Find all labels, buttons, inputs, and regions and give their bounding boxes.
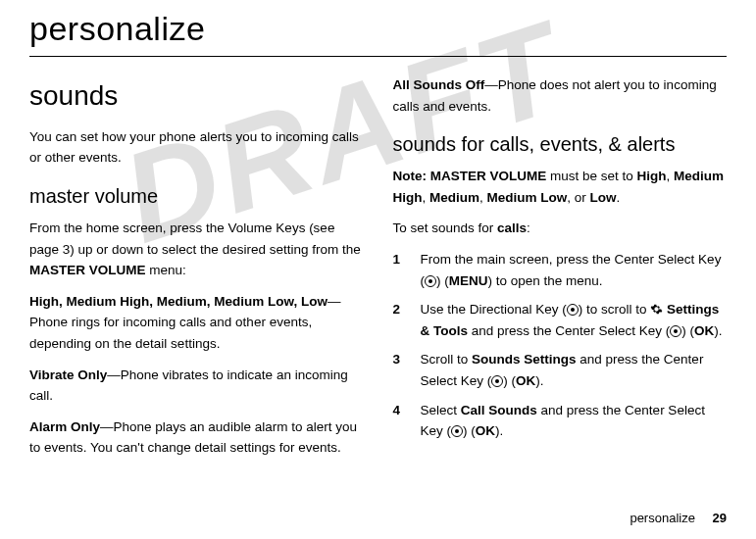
label-ok: OK	[516, 373, 535, 388]
step-number: 1	[393, 249, 407, 291]
horizontal-rule	[29, 56, 727, 57]
text: ).	[495, 423, 503, 438]
two-column-layout: sounds You can set how your phone alerts…	[29, 74, 727, 468]
center-select-key-icon	[425, 275, 436, 287]
label-call-sounds: Call Sounds	[461, 403, 537, 417]
text: menu:	[146, 263, 186, 277]
section-sounds: sounds	[29, 74, 364, 119]
text: ) (	[436, 273, 449, 288]
step-4: 4 Select Call Sounds and press the Cente…	[393, 400, 728, 442]
center-select-key-icon	[491, 375, 503, 387]
text: ) to open the menu.	[488, 273, 603, 288]
subsection-master-volume: master volume	[29, 180, 364, 212]
step-text: From the main screen, press the Center S…	[421, 249, 728, 291]
label-alarm-only: Alarm Only	[29, 419, 100, 434]
label-menu: MENU	[449, 273, 488, 288]
note-line: Note: MASTER VOLUME must be set to High,…	[393, 166, 728, 208]
label-ok: OK	[694, 323, 714, 338]
page-content: personalize sounds You can set how your …	[29, 10, 727, 468]
text: ) (	[681, 323, 694, 338]
all-sounds-off-line: All Sounds Off—Phone does not alert you …	[393, 74, 728, 117]
gear-icon	[650, 301, 663, 314]
text: ).	[535, 373, 543, 388]
step-2: 2 Use the Directional Key () to scroll t…	[393, 299, 728, 341]
text: must be set to	[546, 169, 636, 183]
step-3: 3 Scroll to Sounds Settings and press th…	[393, 349, 728, 391]
alarm-only-line: Alarm Only—Phone plays an audible alarm …	[29, 416, 364, 459]
step-text: Scroll to Sounds Settings and press the …	[421, 349, 728, 391]
text: From the home screen, press the Volume K…	[29, 220, 361, 257]
text: Use the Directional Key (	[421, 302, 567, 317]
to-set-sounds-line: To set sounds for calls:	[393, 218, 728, 239]
footer-section-name: personalize	[630, 511, 695, 525]
text: ) (	[503, 373, 516, 388]
step-number: 2	[393, 299, 407, 341]
center-select-key-icon	[670, 325, 681, 337]
volume-levels-line: High, Medium High, Medium, Medium Low, L…	[29, 291, 364, 355]
sounds-intro: You can set how your phone alerts you to…	[29, 126, 364, 169]
label-master-volume: MASTER VOLUME	[29, 263, 146, 277]
label-vibrate-only: Vibrate Only	[29, 368, 107, 382]
right-column: All Sounds Off—Phone does not alert you …	[393, 74, 728, 468]
text: To set sounds for	[393, 220, 498, 235]
step-1: 1 From the main screen, press the Center…	[393, 249, 728, 291]
steps-list: 1 From the main screen, press the Center…	[393, 249, 728, 442]
text: ).	[714, 323, 722, 338]
step-text: Use the Directional Key () to scroll to …	[421, 299, 728, 341]
opt-low: Low	[590, 190, 617, 205]
calls-bold: calls	[497, 220, 527, 235]
left-column: sounds You can set how your phone alerts…	[29, 74, 364, 468]
master-volume-desc: From the home screen, press the Volume K…	[29, 218, 364, 281]
label-sounds-settings: Sounds Settings	[472, 352, 577, 367]
text: Select	[421, 403, 461, 417]
opt-medium: Medium	[429, 190, 479, 205]
directional-key-icon	[567, 304, 579, 316]
page-number: 29	[713, 511, 727, 525]
subsection-sounds-calls-events: sounds for calls, events, & alerts	[393, 128, 728, 160]
text: .	[617, 190, 621, 205]
text: :	[527, 220, 530, 235]
note-master-volume: MASTER VOLUME	[430, 169, 547, 183]
text: and press the Center Select Key (	[468, 323, 670, 338]
step-number: 3	[393, 349, 407, 391]
label-all-sounds-off: All Sounds Off	[393, 77, 485, 92]
label-ok: OK	[476, 423, 495, 438]
text: Scroll to	[421, 352, 473, 367]
vibrate-only-line: Vibrate Only—Phone vibrates to indicate …	[29, 365, 364, 407]
text: , or	[567, 190, 589, 205]
note-label: Note:	[393, 169, 430, 183]
chapter-title: personalize	[29, 10, 727, 48]
volume-levels: High, Medium High, Medium, Medium Low, L…	[29, 294, 328, 309]
center-select-key-icon	[451, 425, 463, 437]
opt-medium-low: Medium Low	[487, 190, 568, 205]
text: ) (	[463, 423, 476, 438]
step-number: 4	[393, 400, 407, 442]
step-text: Select Call Sounds and press the Center …	[421, 400, 728, 442]
opt-high: High	[637, 169, 667, 183]
page-footer: personalize 29	[630, 511, 727, 525]
text: ) to scroll to	[579, 302, 651, 317]
